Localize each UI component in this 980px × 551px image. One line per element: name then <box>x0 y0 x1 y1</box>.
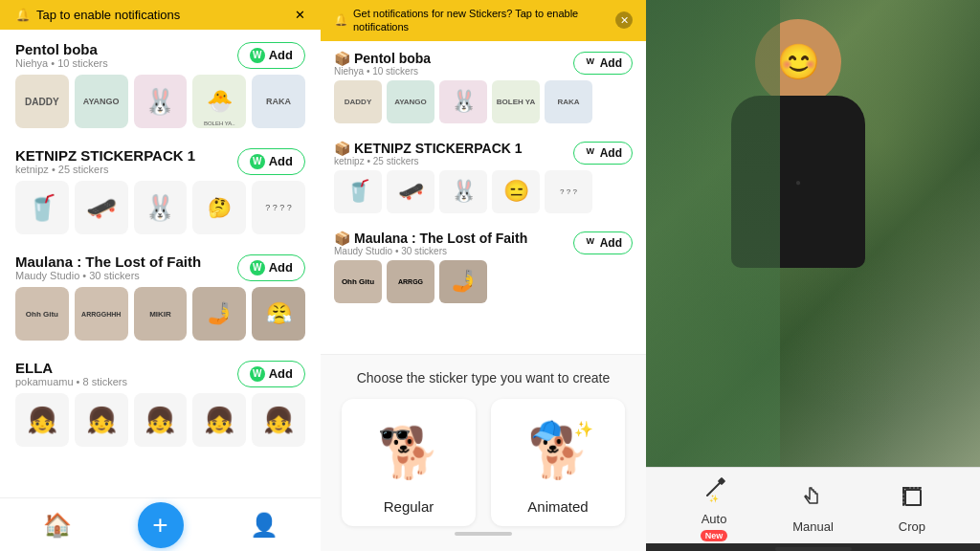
sticker-thumb: BOLEH YA <box>492 80 540 123</box>
sticker-thumb: RAKA <box>545 80 592 123</box>
sticker-thumb: 😤 <box>252 287 305 341</box>
middle-pack-name: 📦 Maulana : The Lost of Faith <box>334 231 527 246</box>
close-icon[interactable]: ✕ <box>295 8 305 22</box>
middle-pack-meta: Niehya • 10 stickers <box>334 66 431 77</box>
sticker-thumb: 🥤 <box>15 181 69 234</box>
middle-pack-name: 📦 Pentol boba <box>334 51 431 66</box>
left-panel: 🔔 Tap to enable notifications ✕ Pentol b… <box>0 0 321 551</box>
crop-icon <box>893 477 931 516</box>
profile-button[interactable]: 👤 <box>231 504 298 546</box>
sticker-thumb: 👧 <box>192 393 246 447</box>
pack-name: KETNIPZ STICKERPACK 1 <box>15 147 195 164</box>
svg-text:✨: ✨ <box>709 494 719 503</box>
middle-sticker-row: DADDY AYANGO 🐰 BOLEH YA RAKA <box>334 80 633 123</box>
pack-name: Maulana : The Lost of Faith <box>15 253 201 270</box>
pack-meta: Maudy Studio • 30 stickers <box>15 270 201 281</box>
bottom-scroll-indicator <box>775 547 852 551</box>
middle-sticker-row: 🥤 🛹 🐰 😑 ? ? ? <box>334 170 633 213</box>
sticker-thumb: DADDY <box>334 80 382 123</box>
middle-pack-1: 📦 Pentol boba Niehya • 10 stickers W Add… <box>321 41 646 131</box>
middle-panel: 🔔 Get notifications for new Stickers? Ta… <box>321 0 646 551</box>
animated-sticker-preview: 🐕 🧢 ✨ <box>515 414 601 491</box>
sticker-pack: Maulana : The Lost of Faith Maudy Studio… <box>0 242 321 348</box>
sticker-type-options: 🐕 🕶️ Regular 🐕 🧢 ✨ Animated <box>334 399 633 526</box>
sticker-thumb: Ohh Gitu <box>15 287 69 341</box>
middle-pack-2: 📦 KETNIPZ STICKERPACK 1 ketnipz • 25 sti… <box>321 131 646 221</box>
sticker-pack: Pentol boba Niehya • 10 stickers W Add D… <box>0 30 321 136</box>
middle-add-button-3[interactable]: W Add <box>573 231 633 254</box>
pack-name: Pentol boba <box>15 41 108 57</box>
bottom-toolbar: ✨ Auto New Manual <box>646 467 980 543</box>
middle-pack-name: 📦 KETNIPZ STICKERPACK 1 <box>334 141 523 156</box>
manual-icon <box>793 477 832 516</box>
whatsapp-icon: W <box>584 146 597 160</box>
sticker-previews: 🥤 🛹 🐰 🤔 ? ? ? ? <box>15 181 305 234</box>
sticker-thumb: 🛹 <box>387 170 434 213</box>
middle-pack-meta: ketnipz • 25 stickers <box>334 156 523 166</box>
add-button-2[interactable]: W Add <box>237 148 305 175</box>
right-panel: 😊 ● ✨ Auto New <box>646 0 980 551</box>
sticker-thumb: 🤳 <box>192 287 246 341</box>
whatsapp-icon: W <box>250 154 265 169</box>
bottom-nav: 🏠 + 👤 <box>0 497 321 551</box>
notification-bar[interactable]: 🔔 Tap to enable notifications ✕ <box>0 0 321 30</box>
sticker-thumb: 👧 <box>15 393 69 447</box>
sticker-pack: ELLA pokamuamu • 8 stickers W Add 👧 👧 👧 … <box>0 348 321 454</box>
svg-line-0 <box>707 482 721 496</box>
manual-label: Manual <box>792 519 834 534</box>
auto-tool[interactable]: ✨ Auto New <box>695 470 733 541</box>
sticker-thumb: DADDY <box>15 75 69 128</box>
middle-add-button-2[interactable]: W Add <box>573 142 633 165</box>
choose-section: Choose the sticker type you want to crea… <box>321 354 646 551</box>
regular-label: Regular <box>384 498 434 515</box>
add-button-1[interactable]: W Add <box>237 42 305 69</box>
auto-badge: New <box>701 530 728 541</box>
sticker-thumb: AYANGO <box>387 80 434 123</box>
whatsapp-icon: W <box>250 260 265 276</box>
bell-icon: 🔔 <box>15 8 31 22</box>
auto-icon: ✨ <box>695 470 733 508</box>
sticker-thumb: 🐰 <box>439 80 487 123</box>
whatsapp-icon: W <box>250 366 265 382</box>
middle-scroll-indicator <box>455 532 512 536</box>
photo-background: 😊 ● <box>646 0 980 467</box>
sticker-thumb: 🛹 <box>75 181 128 234</box>
middle-sticker-list: 📦 Pentol boba Niehya • 10 stickers W Add… <box>321 41 646 354</box>
whatsapp-icon: W <box>250 48 265 63</box>
middle-notification-bar[interactable]: 🔔 Get notifications for new Stickers? Ta… <box>321 0 646 41</box>
sticker-thumb: ? ? ? <box>545 170 592 213</box>
regular-option[interactable]: 🐕 🕶️ Regular <box>342 399 476 526</box>
sticker-thumb: ? ? ? ? <box>252 181 305 234</box>
middle-close-button[interactable]: ✕ <box>615 11 633 29</box>
add-button-3[interactable]: W Add <box>237 254 305 281</box>
sticker-thumb: 👧 <box>252 393 305 447</box>
sticker-previews: DADDY AYANGO 🐰 🐣BOLEH YA.. RAKA <box>15 75 305 128</box>
create-button[interactable]: + <box>138 502 184 548</box>
crop-tool[interactable]: Crop <box>893 477 931 534</box>
auto-label: Auto <box>702 512 727 526</box>
sticker-thumb: 🤳 <box>439 260 487 303</box>
sticker-thumb: ARRGG <box>387 260 434 303</box>
whatsapp-icon: W <box>584 236 597 250</box>
sticker-thumb: 🐰 <box>439 170 487 213</box>
photo-area: 😊 ● <box>646 0 980 467</box>
middle-notification-text: Get notifications for new Stickers? Tap … <box>353 7 615 34</box>
animated-option[interactable]: 🐕 🧢 ✨ Animated <box>491 399 625 526</box>
sticker-thumb: RAKA <box>252 75 305 128</box>
add-button-4[interactable]: W Add <box>237 361 305 387</box>
sticker-thumb: 🤔 <box>192 181 246 234</box>
sticker-list: Pentol boba Niehya • 10 stickers W Add D… <box>0 30 321 543</box>
sticker-thumb: 🥤 <box>334 170 382 213</box>
regular-sticker-preview: 🐕 🕶️ <box>366 414 452 491</box>
choose-title: Choose the sticker type you want to crea… <box>334 370 633 386</box>
pack-meta: pokamuamu • 8 stickers <box>15 376 127 387</box>
sticker-thumb: 👧 <box>134 393 188 447</box>
whatsapp-icon: W <box>584 56 597 70</box>
notification-text: Tap to enable notifications <box>36 8 180 22</box>
middle-add-button-1[interactable]: W Add <box>573 52 633 75</box>
pack-meta: ketnipz • 25 stickers <box>15 164 195 175</box>
manual-tool[interactable]: Manual <box>792 477 834 534</box>
home-button[interactable]: 🏠 <box>24 504 91 546</box>
sticker-thumb: 🐰 <box>134 75 188 128</box>
sticker-thumb: ARRGGHHH <box>75 287 128 341</box>
